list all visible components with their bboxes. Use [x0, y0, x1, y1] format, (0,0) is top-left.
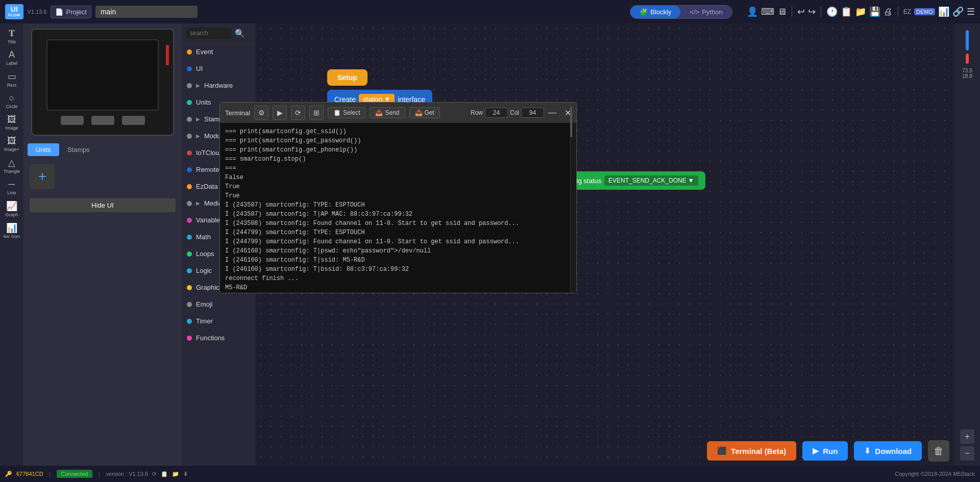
download-button[interactable]: ⬇ Download [854, 441, 922, 461]
print-icon[interactable]: 🖨 [884, 7, 893, 17]
divider1 [792, 7, 792, 17]
refresh-icon[interactable]: ⟳ [152, 471, 157, 477]
redo-icon[interactable]: ↪ [808, 6, 816, 17]
version-label: V1.13.6 [28, 9, 47, 15]
category-event[interactable]: Event [182, 43, 256, 60]
block-panel: Units Stamps + Hide UI [23, 23, 182, 466]
undo-icon[interactable]: ↩ [797, 6, 805, 17]
terminal-sync-icon[interactable]: ⟳ [291, 106, 305, 120]
terminal-play-icon[interactable]: ▶ [273, 106, 287, 120]
blockly-mode-button[interactable]: 🧩 Blockly [630, 6, 680, 18]
device-screen [46, 39, 159, 111]
terminal-get-button[interactable]: 📥 Get [409, 107, 440, 118]
term-line-18: M5-R&D [225, 283, 565, 292]
category-timer[interactable]: Timer [182, 313, 256, 329]
tool-bar-graph[interactable]: 📊Bar Grph [1, 220, 23, 241]
run-button[interactable]: ▶ Run [802, 441, 848, 461]
terminal-scrollbar[interactable] [570, 123, 576, 293]
search-input[interactable] [186, 28, 232, 39]
minimize-icon[interactable]: — [548, 108, 556, 117]
folder-icon[interactable]: 📁 [855, 6, 866, 17]
clock-icon[interactable]: 🕐 [826, 6, 838, 17]
new-file-icon[interactable]: 📋 [841, 6, 852, 17]
api-key-icon: 🔑 [5, 471, 12, 477]
block-setup[interactable]: Setup [327, 69, 368, 86]
chart-icon[interactable]: 📊 [938, 6, 949, 17]
top-icons: 👤 ⌨ 🖥 ↩ ↪ 🕐 📋 📁 💾 🖨 EZ DEMO 📊 🔗 ☰ [747, 6, 975, 17]
trash-button[interactable]: 🗑 [928, 440, 949, 462]
scroll-thumb[interactable] [570, 123, 572, 137]
term-line-8: True [225, 191, 565, 200]
device-btn-1[interactable] [61, 116, 84, 125]
version-status: version : V1.13.6 [106, 471, 149, 477]
term-line-3: === print(smartconfig.get_phoneip()) [225, 145, 565, 155]
divider2 [821, 7, 821, 17]
terminal-beta-button[interactable]: ⬛ Terminal (Beta) [707, 441, 796, 461]
tab-units[interactable]: Units [28, 143, 59, 156]
col-input[interactable] [521, 108, 544, 118]
term-line-10: I (243507) smartconfig: T|AP MAC: 88:c3:… [225, 210, 565, 219]
row-input[interactable] [485, 108, 508, 118]
tool-image-plus[interactable]: 🖼Image+ [1, 134, 23, 154]
category-emoji[interactable]: Emoji [182, 296, 256, 313]
app-logo: UI FLOW [5, 4, 23, 19]
terminal-settings-icon[interactable]: ⚙ [254, 106, 268, 120]
term-line-15: I (246160) smartconfig: T|ssid: M5-R&D [225, 256, 565, 265]
project-name-input[interactable] [95, 6, 198, 18]
right-sidebar: 73.5 18.8 + − [954, 23, 980, 466]
block-config-status[interactable]: config status EVENT_SEND_ACK_DONE ▼ [557, 171, 705, 190]
send-icon: 📤 [375, 109, 383, 116]
tool-circle[interactable]: ○Circle [1, 91, 23, 111]
code-icon: </> [690, 8, 699, 16]
save-icon[interactable]: 💾 [869, 6, 880, 17]
doc-icon: 📄 [55, 8, 63, 16]
tool-title[interactable]: 𝐓Title [1, 26, 23, 46]
copy-icon[interactable]: 📋 [161, 471, 168, 477]
tab-stamps[interactable]: Stamps [59, 143, 98, 156]
zoom-in-button[interactable]: + [960, 429, 974, 444]
term-line-6: False [225, 173, 565, 182]
tool-triangle[interactable]: △Triangle [1, 155, 23, 176]
terminal-body[interactable]: === print(smartconfig.get_ssid()) === pr… [220, 123, 570, 293]
search-icon[interactable]: 🔍 [235, 29, 245, 38]
python-mode-button[interactable]: </> Python [680, 6, 731, 18]
zoom-out-button[interactable]: − [960, 446, 974, 461]
folder-status-icon[interactable]: 📁 [172, 471, 179, 477]
category-ui[interactable]: UI [182, 60, 256, 77]
device-preview [31, 29, 174, 136]
event-dropdown[interactable]: EVENT_SEND_ACK_DONE ▼ [604, 175, 698, 186]
terminal-layout-icon[interactable]: ⊞ [309, 106, 324, 120]
category-functions[interactable]: Functions [182, 329, 256, 346]
keyboard-icon[interactable]: ⌨ [761, 6, 774, 17]
ez-icon[interactable]: EZ [903, 8, 911, 15]
tool-rect[interactable]: ▭Rect [1, 69, 23, 90]
terminal-header: Terminal ⚙ ▶ ⟳ ⊞ 📋 Select 📤 Send 📥 Get R… [220, 103, 576, 123]
category-hardware[interactable]: ▶Hardware [182, 77, 256, 94]
coord-x: 73.5 18.8 [962, 68, 972, 79]
search-bar: 🔍 [182, 23, 256, 43]
add-unit-button[interactable]: + [30, 164, 55, 189]
tool-image[interactable]: 🖼Image [1, 112, 23, 133]
project-button[interactable]: 📄 Project [51, 6, 91, 18]
indicator-red [966, 54, 969, 64]
menu-icon[interactable]: ☰ [967, 6, 975, 17]
terminal-send-button[interactable]: 📤 Send [370, 107, 405, 118]
tool-graph[interactable]: 📈Graph [1, 198, 23, 219]
link-icon[interactable]: 🔗 [952, 6, 964, 17]
tool-label[interactable]: ALabel [1, 47, 23, 68]
tool-line[interactable]: ─Line [1, 177, 23, 197]
hide-ui-button[interactable]: Hide UI [30, 198, 176, 212]
demo-badge[interactable]: DEMO [914, 8, 935, 15]
divider3 [898, 7, 898, 17]
monitor-icon[interactable]: 🖥 [777, 7, 787, 17]
blockly-icon: 🧩 [640, 8, 648, 16]
device-btn-3[interactable] [122, 116, 145, 125]
bottom-actions: ⬛ Terminal (Beta) ▶ Run ⬇ Download 🗑 [707, 440, 949, 462]
device-btn-2[interactable] [91, 116, 114, 125]
terminal-select-button[interactable]: 📋 Select [328, 107, 365, 118]
red-indicator [166, 45, 169, 65]
term-line-5: === [225, 164, 565, 173]
download-status-icon[interactable]: ⬇ [183, 471, 188, 477]
term-line-16: I (246160) smartconfig: T|bssid: 88:c3:9… [225, 265, 565, 274]
user-icon[interactable]: 👤 [747, 6, 758, 17]
